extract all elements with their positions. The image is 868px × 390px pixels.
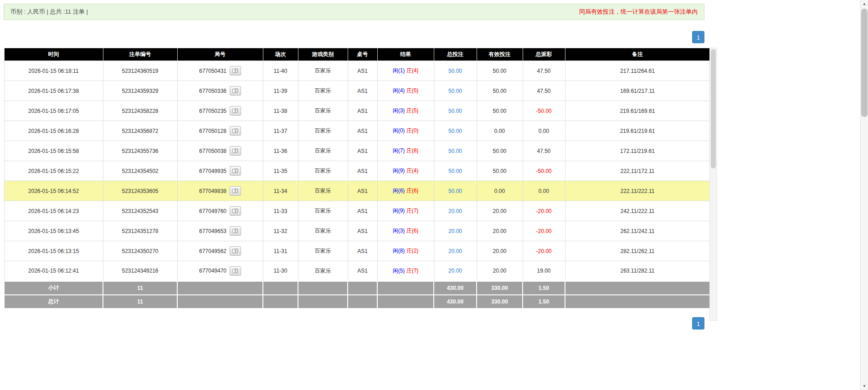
total-bet-cell: 20.00: [434, 221, 477, 241]
bet-id-cell: 523124352543: [103, 201, 177, 221]
table-scrollbar[interactable]: [709, 48, 717, 321]
valid-bet-cell: 50.00: [477, 101, 523, 121]
up-arrow-icon: ▲: [863, 2, 866, 6]
table-no-cell: AS1: [348, 61, 377, 81]
table-scrollbar-thumb[interactable]: [711, 49, 716, 168]
view-cards-button[interactable]: [230, 206, 241, 216]
result-cell: 闲(1) 庄(4): [377, 61, 434, 81]
bet-row: 2026-01-15 06:18:11523124360519677050431…: [4, 61, 710, 81]
total-bet-link[interactable]: 20.00: [448, 228, 462, 234]
column-header-time: 时间: [4, 48, 103, 61]
total-bet-link[interactable]: 50.00: [448, 188, 462, 194]
payout-cell: -20.00: [523, 201, 565, 221]
total-row: 总计 11 430.00 330.00 1.50: [4, 295, 710, 309]
view-cards-button[interactable]: [230, 146, 241, 156]
table-no-cell: AS1: [348, 141, 377, 161]
view-cards-button[interactable]: [230, 226, 241, 236]
scroll-down-button[interactable]: ▼: [861, 382, 868, 390]
column-header-session: 场次: [263, 48, 298, 61]
payout-cell: 0.00: [523, 121, 565, 141]
bet-table: 时间 注单编号 局号 场次 游戏类别 桌号 结果 总投注 有效投注 总派彩 备注…: [4, 48, 710, 309]
banker-result: 庄(2): [406, 248, 419, 254]
bet-id-cell: 523124353605: [103, 181, 177, 201]
round-cell: 677050038: [177, 141, 263, 161]
result-cell: 闲(9) 庄(4): [377, 161, 434, 181]
total-payout: 1.50: [523, 295, 565, 309]
total-count: 11: [103, 295, 177, 309]
bet-id-cell: 523124349216: [103, 261, 177, 281]
remark-cell: 222.11/222.11: [565, 181, 710, 201]
player-result: 闲(9): [393, 208, 405, 214]
view-cards-button[interactable]: [230, 186, 241, 196]
banker-result: 庄(6): [406, 187, 419, 194]
payout-cell: -50.00: [523, 101, 565, 121]
down-arrow-icon: ▼: [863, 384, 866, 388]
total-bet-link[interactable]: 50.00: [448, 68, 462, 74]
total-bet-link[interactable]: 50.00: [448, 128, 462, 134]
column-header-total-bet: 总投注: [434, 48, 477, 61]
bet-row: 2026-01-15 06:13:15523124350270677049562…: [4, 241, 710, 261]
bet-row: 2026-01-15 06:17:05523124358228677050235…: [4, 101, 710, 121]
table-no-cell: AS1: [348, 121, 377, 141]
total-bet-link[interactable]: 50.00: [448, 108, 462, 114]
result-cell: 闲(5) 庄(7): [377, 261, 434, 281]
empty-cell: [377, 295, 434, 309]
payout-cell: -20.00: [523, 241, 565, 261]
total-bet-link[interactable]: 50.00: [448, 168, 462, 174]
view-cards-button[interactable]: [230, 126, 241, 136]
remark-cell: 169.61/217.11: [565, 81, 710, 101]
game-type-cell: 百家乐: [298, 81, 348, 101]
result-cell: 闲(8) 庄(2): [377, 241, 434, 261]
result-cell: 闲(0) 庄(0): [377, 121, 434, 141]
total-bet-link[interactable]: 50.00: [448, 88, 462, 94]
total-bet-link[interactable]: 20.00: [448, 268, 462, 274]
page-1-button-top[interactable]: 1: [692, 31, 704, 43]
session-cell: 11-31: [263, 241, 298, 261]
banker-result: 庄(4): [406, 67, 419, 74]
banker-result: 庄(0): [406, 127, 419, 134]
view-cards-button[interactable]: [230, 166, 241, 176]
bet-row: 2026-01-15 06:15:22523124354502677049935…: [4, 161, 710, 181]
round-id: 677050431: [199, 68, 226, 74]
total-total-bet: 430.00: [434, 295, 477, 309]
total-bet-link[interactable]: 20.00: [448, 208, 462, 214]
column-header-remark: 备注: [565, 48, 710, 61]
time-cell: 2026-01-15 06:15:22: [4, 161, 103, 181]
player-result: 闲(4): [393, 87, 405, 94]
player-result: 闲(7): [393, 147, 405, 154]
view-cards-button[interactable]: [230, 246, 241, 256]
page-scrollbar[interactable]: ▲ ▼: [860, 0, 868, 390]
bet-row: 2026-01-15 06:16:28523124356872677050128…: [4, 121, 710, 141]
table-no-cell: AS1: [348, 201, 377, 221]
playing-cards-icon: [232, 148, 239, 154]
total-bet-cell: 20.00: [434, 261, 477, 281]
valid-bet-cell: 0.00: [477, 181, 523, 201]
bet-id-cell: 523124355736: [103, 141, 177, 161]
bet-id-cell: 523124350270: [103, 241, 177, 261]
column-header-game-type: 游戏类别: [298, 48, 348, 61]
subtotal-total-bet: 430.00: [434, 281, 477, 295]
session-cell: 11-40: [263, 61, 298, 81]
total-bet-link[interactable]: 20.00: [448, 248, 462, 254]
total-bet-link[interactable]: 50.00: [448, 148, 462, 154]
view-cards-button[interactable]: [230, 266, 241, 276]
view-cards-button[interactable]: [230, 106, 241, 116]
valid-bet-cell: 50.00: [477, 61, 523, 81]
playing-cards-icon: [232, 268, 239, 274]
time-cell: 2026-01-15 06:17:05: [4, 101, 103, 121]
valid-bet-cell: 50.00: [477, 161, 523, 181]
total-label: 总计: [4, 295, 103, 309]
game-type-cell: 百家乐: [298, 261, 348, 281]
scroll-up-button[interactable]: ▲: [861, 0, 868, 8]
view-cards-button[interactable]: [230, 86, 241, 96]
view-cards-button[interactable]: [230, 66, 241, 76]
round-cell: 677050336: [177, 81, 263, 101]
table-no-cell: AS1: [348, 81, 377, 101]
table-no-cell: AS1: [348, 161, 377, 181]
page-scrollbar-thumb[interactable]: [861, 9, 868, 117]
page-1-button-bottom[interactable]: 1: [692, 317, 704, 329]
bet-table-wrap: 时间 注单编号 局号 场次 游戏类别 桌号 结果 总投注 有效投注 总派彩 备注…: [4, 48, 709, 309]
result-cell: 闲(7) 庄(8): [377, 141, 434, 161]
pagination-bottom: 1: [4, 317, 704, 329]
time-cell: 2026-01-15 06:18:11: [4, 61, 103, 81]
